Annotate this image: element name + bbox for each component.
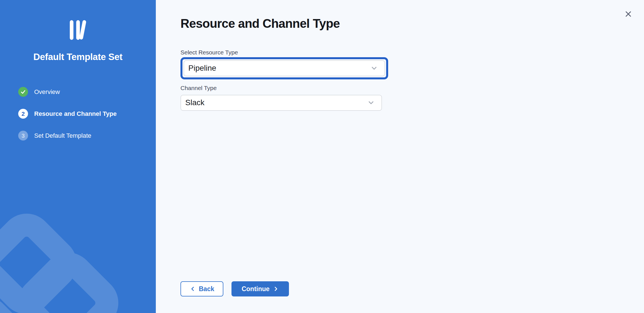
- step-resource-and-channel-type[interactable]: 2 Resource and Channel Type: [18, 109, 156, 119]
- resource-type-value: Pipeline: [184, 64, 216, 73]
- resource-type-label: Select Resource Type: [180, 48, 644, 57]
- app-logo-icon: [0, 20, 156, 41]
- resource-type-select[interactable]: Pipeline: [184, 60, 385, 76]
- chevron-down-icon: [370, 64, 378, 72]
- step-overview[interactable]: Overview: [18, 87, 156, 97]
- wizard-footer: Back Continue: [180, 281, 289, 296]
- continue-button-label: Continue: [242, 285, 270, 293]
- step-number-badge: 3: [18, 131, 28, 141]
- close-button[interactable]: [622, 8, 634, 20]
- wizard-main-panel: Resource and Channel Type Select Resourc…: [156, 0, 644, 313]
- step-label: Overview: [34, 88, 60, 96]
- step-label: Set Default Template: [34, 132, 91, 139]
- chevron-right-icon: [273, 286, 279, 292]
- channel-type-label: Channel Type: [180, 84, 644, 92]
- continue-button[interactable]: Continue: [231, 281, 289, 296]
- channel-type-value: Slack: [181, 98, 204, 107]
- brand-watermark: [0, 181, 156, 313]
- resource-type-focus-ring: Pipeline: [180, 57, 388, 79]
- step-label: Resource and Channel Type: [34, 110, 117, 118]
- wizard-modal: Default Template Set Overview 2 Resource…: [0, 0, 644, 313]
- check-icon: [20, 89, 26, 95]
- close-icon: [625, 11, 632, 17]
- step-complete-badge: [18, 87, 28, 97]
- page-title: Resource and Channel Type: [180, 16, 644, 31]
- back-button-label: Back: [199, 285, 214, 293]
- wizard-title: Default Template Set: [0, 52, 156, 62]
- wizard-sidebar: Default Template Set Overview 2 Resource…: [0, 0, 156, 313]
- step-set-default-template[interactable]: 3 Set Default Template: [18, 131, 156, 141]
- step-number-badge: 2: [18, 109, 28, 119]
- back-button[interactable]: Back: [180, 281, 223, 296]
- wizard-stepper: Overview 2 Resource and Channel Type 3 S…: [0, 87, 156, 141]
- channel-type-select[interactable]: Slack: [180, 95, 382, 111]
- chevron-left-icon: [190, 286, 196, 292]
- chevron-down-icon: [367, 98, 375, 107]
